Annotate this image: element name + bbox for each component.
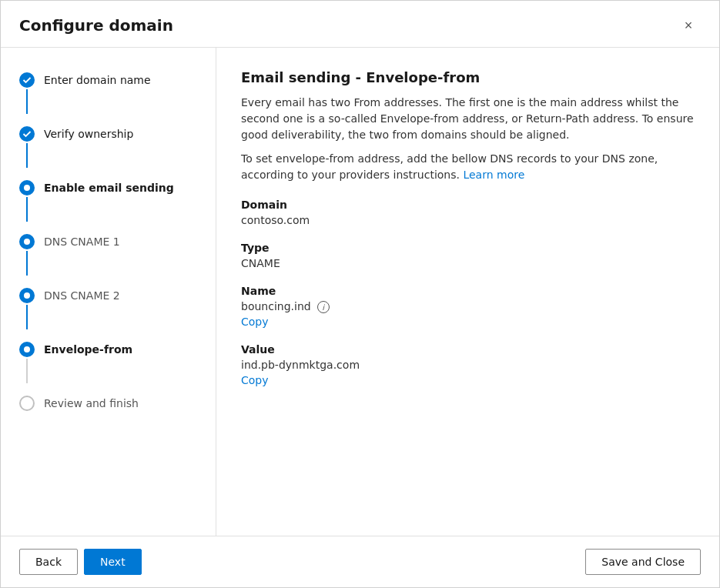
steps-sidebar: Enter domain name Verify ownership [1, 48, 216, 536]
field-value-domain: contoso.com [241, 214, 695, 226]
next-button[interactable]: Next [84, 549, 142, 575]
field-value-type: CNAME [241, 257, 695, 269]
step-line-3 [26, 197, 28, 222]
field-label-domain: Domain [241, 199, 695, 211]
sidebar-item-label-dns-cname-1: DNS CNAME 1 [44, 234, 120, 249]
field-group-name: Name bouncing.ind i Copy [241, 285, 695, 328]
step-indicator-5 [19, 288, 35, 329]
learn-more-link[interactable]: Learn more [463, 169, 524, 181]
step-circle-7 [19, 396, 35, 411]
sidebar-item-verify-ownership[interactable]: Verify ownership [1, 120, 216, 174]
section-title: Email sending - Envelope-from [241, 69, 695, 85]
step-indicator-3 [19, 180, 35, 222]
sidebar-item-label-verify-ownership: Verify ownership [44, 126, 133, 142]
modal-footer: Back Next Save and Close [1, 536, 719, 587]
description-1: Every email has two From addresses. The … [241, 95, 695, 143]
modal-body: Enter domain name Verify ownership [1, 48, 719, 536]
step-indicator-7 [19, 396, 35, 411]
modal-header: Configure domain × [1, 1, 719, 48]
field-label-type: Type [241, 242, 695, 254]
step-line-6 [26, 359, 28, 383]
step-line-5 [26, 305, 28, 329]
step-indicator-1 [19, 72, 35, 114]
sidebar-item-label-envelope-from: Envelope-from [44, 342, 132, 357]
step-circle-6 [19, 342, 35, 357]
back-button[interactable]: Back [19, 549, 78, 575]
step-circle-4 [19, 234, 35, 249]
sidebar-item-dns-cname-2[interactable]: DNS CNAME 2 [1, 282, 216, 336]
info-icon-name[interactable]: i [317, 301, 330, 313]
step-circle-5 [19, 288, 35, 303]
field-group-value: Value ind.pb-dynmktga.com Copy [241, 343, 695, 386]
sidebar-item-enable-email-sending[interactable]: Enable email sending [1, 174, 216, 228]
sidebar-item-dns-cname-1[interactable]: DNS CNAME 1 [1, 228, 216, 282]
step-circle-1 [19, 72, 35, 88]
step-indicator-6 [19, 342, 35, 383]
name-value-row: bouncing.ind i [241, 300, 695, 314]
field-label-value: Value [241, 343, 695, 356]
step-indicator-4 [19, 234, 35, 276]
step-line-2 [26, 143, 28, 168]
main-content: Email sending - Envelope-from Every emai… [216, 48, 719, 536]
step-circle-3 [19, 180, 35, 195]
footer-left-buttons: Back Next [19, 549, 142, 575]
copy-name-link[interactable]: Copy [241, 316, 269, 328]
modal-title: Configure domain [19, 16, 173, 35]
step-indicator-2 [19, 126, 35, 168]
close-button[interactable]: × [676, 13, 701, 38]
field-group-domain: Domain contoso.com [241, 199, 695, 226]
field-label-name: Name [241, 285, 695, 297]
sidebar-item-review-finish[interactable]: Review and finish [1, 389, 216, 417]
sidebar-item-label-enable-email-sending: Enable email sending [44, 180, 174, 195]
field-value-name: bouncing.ind [241, 300, 311, 312]
sidebar-item-label-dns-cname-2: DNS CNAME 2 [44, 288, 120, 303]
save-close-button[interactable]: Save and Close [585, 549, 701, 575]
copy-value-link[interactable]: Copy [241, 374, 269, 386]
field-group-type: Type CNAME [241, 242, 695, 269]
field-value-value: ind.pb-dynmktga.com [241, 359, 695, 371]
step-line-4 [26, 251, 28, 276]
sidebar-item-label-review-finish: Review and finish [44, 396, 139, 411]
description-2: To set envelope-from address, add the be… [241, 151, 695, 183]
sidebar-item-enter-domain[interactable]: Enter domain name [1, 66, 216, 120]
step-line-1 [26, 89, 28, 114]
step-circle-2 [19, 126, 35, 142]
configure-domain-modal: Configure domain × Enter domain name [0, 0, 720, 588]
sidebar-item-envelope-from[interactable]: Envelope-from [1, 336, 216, 389]
sidebar-item-label-enter-domain: Enter domain name [44, 72, 151, 88]
